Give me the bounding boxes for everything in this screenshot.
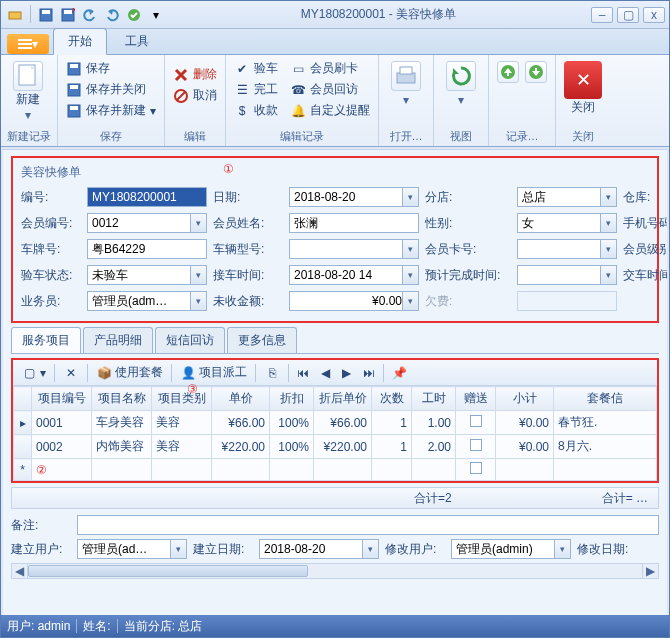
custom-remind-button[interactable]: 🔔自定义提醒 — [288, 101, 372, 120]
group-newrec-label: 新建记录 — [7, 127, 51, 146]
save-icon — [66, 61, 82, 77]
model-input[interactable] — [289, 239, 419, 259]
tb-pin[interactable]: 📌 — [388, 364, 411, 382]
lower-tabs: 服务项目 产品明细 短信回访 更多信息 — [11, 327, 659, 354]
createdate-input[interactable] — [259, 539, 379, 559]
member-no-dropdown[interactable]: ▾ — [190, 214, 206, 232]
save-new-button[interactable]: 保存并新建 ▾ — [64, 101, 158, 120]
close-window-button[interactable]: x — [643, 7, 665, 23]
scroll-left[interactable]: ◀ — [12, 564, 28, 578]
member-no-input[interactable] — [87, 213, 207, 233]
done-button[interactable]: ☰完工 — [232, 80, 280, 99]
open-button[interactable]: ▾ — [385, 57, 427, 107]
tab-service-items[interactable]: 服务项目 — [11, 327, 81, 353]
save-close-icon — [66, 82, 82, 98]
status-bar: 用户: admin 姓名: 当前分店: 总店 — [1, 615, 669, 637]
record-up-button[interactable] — [495, 57, 521, 83]
branch-dropdown[interactable]: ▾ — [600, 188, 616, 206]
form-panel: ① 美容快修单 编号: 日期: ▾ 分店: ▾ 仓库: 会员编号: ▾ 会员姓名… — [11, 156, 659, 323]
model-dropdown[interactable]: ▾ — [402, 240, 418, 258]
qa-check-icon[interactable] — [124, 5, 144, 25]
salesman-dropdown[interactable]: ▾ — [190, 292, 206, 310]
tab-tools[interactable]: 工具 — [111, 29, 163, 54]
check-car-button[interactable]: ✔验车 — [232, 59, 280, 78]
refresh-icon — [446, 61, 476, 91]
tb-nav-next[interactable]: ▶ — [338, 364, 355, 382]
member-visit-button[interactable]: ☎会员回访 — [288, 80, 372, 99]
tb-dispatch[interactable]: 👤项目派工 — [176, 362, 251, 383]
app-menu-button[interactable]: ▾ — [7, 34, 49, 54]
group-save-label: 保存 — [64, 127, 158, 146]
new-row[interactable]: * ② — [14, 459, 657, 481]
maximize-button[interactable]: ▢ — [617, 7, 639, 23]
tb-nav-prev[interactable]: ◀ — [317, 364, 334, 382]
new-button[interactable]: 新建▾ — [7, 57, 49, 122]
save-button[interactable]: 保存 — [64, 59, 158, 78]
minimize-button[interactable]: – — [591, 7, 613, 23]
delete-icon — [173, 67, 189, 83]
date-input[interactable] — [289, 187, 419, 207]
checkstate-dropdown[interactable]: ▾ — [190, 266, 206, 284]
card-icon: ▭ — [290, 61, 306, 77]
tb-delete-row[interactable]: ✕ — [59, 363, 83, 383]
unpaid-spin[interactable]: ▾ — [402, 292, 418, 310]
tb-nav-first[interactable]: ⏮ — [293, 364, 313, 382]
tb-copy[interactable]: ⎘ — [260, 363, 284, 383]
member-name-input[interactable] — [289, 213, 419, 233]
tb-new-row[interactable]: ▢▾ — [17, 363, 50, 383]
record-down-button[interactable] — [523, 57, 549, 83]
gift-checkbox[interactable] — [470, 415, 482, 427]
cancel-button[interactable]: 取消 — [171, 86, 219, 105]
gift-checkbox[interactable] — [470, 462, 482, 474]
qa-saveclose-icon[interactable]: × — [58, 5, 78, 25]
tab-sms[interactable]: 短信回访 — [155, 327, 225, 353]
svg-rect-12 — [70, 64, 78, 68]
table-row[interactable]: ▸ 0001车身美容美容 ¥66.00100%¥66.00 11.00 ¥0.0… — [14, 411, 657, 435]
checkstate-input[interactable] — [87, 265, 207, 285]
order-no-input[interactable] — [87, 187, 207, 207]
status-user: 用户: admin — [7, 618, 70, 635]
grid-toolbar: ▢▾ ✕ 📦使用套餐 👤项目派工 ⎘ ⏮ ◀ ▶ ⏭ 📌 — [13, 360, 657, 386]
tab-more[interactable]: 更多信息 — [227, 327, 297, 353]
collect-button[interactable]: $收款 — [232, 101, 280, 120]
scroll-thumb[interactable] — [28, 565, 308, 577]
svg-rect-9 — [18, 47, 32, 49]
qa-save-icon[interactable] — [36, 5, 56, 25]
close-button[interactable]: ✕关闭 — [562, 57, 604, 114]
recvtime-dropdown[interactable]: ▾ — [402, 266, 418, 284]
qa-undo-icon[interactable] — [80, 5, 100, 25]
ribbon-tabs: ▾ 开始 工具 — [1, 29, 669, 55]
svg-rect-7 — [18, 39, 32, 41]
tab-start[interactable]: 开始 — [53, 28, 107, 55]
delete-button[interactable]: 删除 — [171, 65, 219, 84]
copy-icon: ⎘ — [264, 365, 280, 381]
member-card-button[interactable]: ▭会员刷卡 — [288, 59, 372, 78]
unpaid-input[interactable] — [289, 291, 419, 311]
plate-input[interactable] — [87, 239, 207, 259]
recvtime-input[interactable] — [289, 265, 419, 285]
date-dropdown[interactable]: ▾ — [402, 188, 418, 206]
gender-dropdown[interactable]: ▾ — [600, 214, 616, 232]
svg-rect-8 — [18, 43, 32, 45]
arrow-down-icon — [525, 61, 547, 83]
view-button[interactable]: ▾ — [440, 57, 482, 107]
new-document-icon — [13, 61, 43, 91]
scroll-right[interactable]: ▶ — [642, 564, 658, 578]
table-row[interactable]: 0002内饰美容美容 ¥220.00100%¥220.00 12.00 ¥0.0… — [14, 435, 657, 459]
tb-nav-last[interactable]: ⏭ — [359, 364, 379, 382]
grid-panel: ③ ▢▾ ✕ 📦使用套餐 👤项目派工 ⎘ ⏮ ◀ ▶ ⏭ 📌 项目编号项目名称项… — [11, 358, 659, 483]
save-close-button[interactable]: 保存并关闭 — [64, 80, 158, 99]
gift-checkbox[interactable] — [470, 439, 482, 451]
tb-use-package[interactable]: 📦使用套餐 — [92, 362, 167, 383]
tab-products[interactable]: 产品明细 — [83, 327, 153, 353]
salesman-input[interactable] — [87, 291, 207, 311]
app-icon — [5, 5, 25, 25]
group-edit-label: 编辑 — [171, 127, 219, 146]
expect-dropdown[interactable]: ▾ — [600, 266, 616, 284]
moduser-input[interactable] — [451, 539, 571, 559]
qa-dropdown[interactable]: ▾ — [146, 5, 166, 25]
remark-input[interactable] — [77, 515, 659, 535]
cardno-dropdown[interactable]: ▾ — [600, 240, 616, 258]
horizontal-scrollbar[interactable]: ◀ ▶ — [11, 563, 659, 579]
qa-redo-icon[interactable] — [102, 5, 122, 25]
